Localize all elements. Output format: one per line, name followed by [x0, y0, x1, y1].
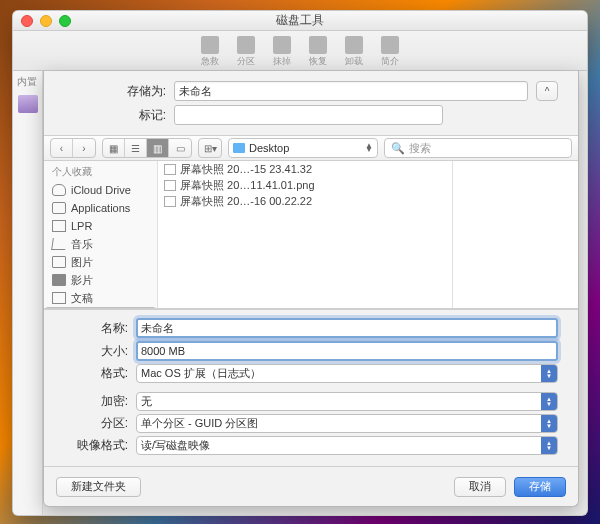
sidebar-item-home[interactable]: LPR [44, 217, 157, 235]
file-browser: 个人收藏 iCloud Drive Applications LPR 音乐 图片… [44, 161, 578, 309]
info-icon [381, 36, 399, 54]
group-icon[interactable]: ⊞▾ [199, 139, 221, 157]
format-label: 格式: [64, 365, 136, 382]
encrypt-label: 加密: [64, 393, 136, 410]
size-input[interactable] [136, 341, 558, 361]
imgfmt-select[interactable]: 读/写磁盘映像▲▼ [136, 436, 558, 455]
save-as-label: 存储为: [64, 83, 174, 100]
sidebar-item-movies[interactable]: 影片 [44, 271, 157, 289]
icon-view-icon[interactable]: ▦ [103, 139, 125, 157]
window-title: 磁盘工具 [13, 12, 587, 29]
sidebar-item-pictures[interactable]: 图片 [44, 253, 157, 271]
view-mode-selector[interactable]: ▦ ☰ ▥ ▭ [102, 138, 192, 158]
toolbar-partition[interactable]: 分区 [228, 36, 264, 68]
search-input[interactable]: 🔍 搜索 [384, 138, 572, 158]
home-icon [52, 220, 66, 232]
sidebar-item-icloud[interactable]: iCloud Drive [44, 181, 157, 199]
name-input[interactable] [136, 318, 558, 338]
file-icon [164, 196, 176, 207]
file-column[interactable]: 屏幕快照 20…-15 23.41.32 屏幕快照 20…11.41.01.pn… [158, 161, 453, 308]
back-icon[interactable]: ‹ [51, 139, 73, 157]
gallery-view-icon[interactable]: ▭ [169, 139, 191, 157]
updown-icon: ▲▼ [541, 437, 557, 454]
movies-icon [52, 274, 66, 286]
partition-icon [237, 36, 255, 54]
collapse-button[interactable]: ^ [536, 81, 558, 101]
updown-icon: ▲▼ [541, 365, 557, 382]
list-item[interactable]: 屏幕快照 20…11.41.01.png [158, 177, 452, 193]
group-selector[interactable]: ⊞▾ [198, 138, 222, 158]
partition-label: 分区: [64, 415, 136, 432]
file-icon [164, 164, 176, 175]
image-options-form: 名称: 大小: 格式: Mac OS 扩展（日志式）▲▼ 加密: 无▲▼ 分区:… [44, 309, 578, 466]
browser-toolbar: ‹ › ▦ ☰ ▥ ▭ ⊞▾ Desktop ▲▼ � [44, 135, 578, 161]
imgfmt-label: 映像格式: [64, 437, 136, 454]
pictures-icon [52, 256, 66, 268]
encrypt-select[interactable]: 无▲▼ [136, 392, 558, 411]
disk-icon[interactable] [18, 95, 38, 113]
toolbar-erase[interactable]: 抹掉 [264, 36, 300, 68]
sidebar-item-documents[interactable]: 文稿 [44, 289, 157, 307]
firstaid-icon [201, 36, 219, 54]
save-top-form: 存储为: ^ 标记: [44, 71, 578, 135]
preview-column [453, 161, 578, 308]
sidebar-heading: 内置 [13, 71, 42, 93]
favorites-sidebar: 个人收藏 iCloud Drive Applications LPR 音乐 图片… [44, 161, 158, 308]
cloud-icon [52, 184, 66, 196]
save-as-input[interactable] [174, 81, 528, 101]
tags-input[interactable] [174, 105, 443, 125]
documents-icon [52, 292, 66, 304]
list-item[interactable]: 屏幕快照 20…-15 23.41.32 [158, 161, 452, 177]
list-item[interactable]: 屏幕快照 20…-16 00.22.22 [158, 193, 452, 209]
updown-icon: ▲▼ [365, 144, 373, 152]
sidebar-item-music[interactable]: 音乐 [44, 235, 157, 253]
new-folder-button[interactable]: 新建文件夹 [56, 477, 141, 497]
background-peek: 卷 GB ess [579, 191, 587, 391]
sheet-footer: 新建文件夹 取消 存储 [44, 466, 578, 506]
search-placeholder: 搜索 [409, 141, 431, 156]
column-view-icon[interactable]: ▥ [147, 139, 169, 157]
titlebar: 磁盘工具 [13, 11, 587, 31]
toolbar-restore[interactable]: 恢复 [300, 36, 336, 68]
toolbar-info[interactable]: 简介 [372, 36, 408, 68]
folder-icon [233, 143, 245, 153]
applications-icon [52, 202, 66, 214]
list-view-icon[interactable]: ☰ [125, 139, 147, 157]
partition-select[interactable]: 单个分区 - GUID 分区图▲▼ [136, 414, 558, 433]
unmount-icon [345, 36, 363, 54]
updown-icon: ▲▼ [541, 393, 557, 410]
updown-icon: ▲▼ [541, 415, 557, 432]
toolbar-unmount[interactable]: 卸载 [336, 36, 372, 68]
size-label: 大小: [64, 343, 136, 360]
format-select[interactable]: Mac OS 扩展（日志式）▲▼ [136, 364, 558, 383]
music-icon [51, 238, 67, 250]
location-selector[interactable]: Desktop ▲▼ [228, 138, 378, 158]
favorites-heading: 个人收藏 [44, 161, 157, 181]
toolbar-firstaid[interactable]: 急救 [192, 36, 228, 68]
cancel-button[interactable]: 取消 [454, 477, 506, 497]
disk-utility-window: 磁盘工具 急救 分区 抹掉 恢复 卸载 简介 内置 卷 GB ess 存储为: … [12, 10, 588, 516]
tags-label: 标记: [64, 107, 174, 124]
nav-back-forward[interactable]: ‹ › [50, 138, 96, 158]
location-label: Desktop [249, 142, 289, 154]
file-icon [164, 180, 176, 191]
name-label: 名称: [64, 320, 136, 337]
forward-icon[interactable]: › [73, 139, 95, 157]
restore-icon [309, 36, 327, 54]
search-icon: 🔍 [391, 142, 405, 155]
sidebar-item-desktop[interactable]: Desktop [44, 307, 157, 308]
main-sidebar: 内置 [13, 71, 43, 515]
save-sheet: 存储为: ^ 标记: ‹ › ▦ ☰ ▥ ▭ [43, 71, 579, 507]
sidebar-item-applications[interactable]: Applications [44, 199, 157, 217]
erase-icon [273, 36, 291, 54]
chevron-up-icon: ^ [545, 86, 550, 97]
window-body: 内置 卷 GB ess 存储为: ^ 标记: ‹ [13, 71, 587, 515]
save-button[interactable]: 存储 [514, 477, 566, 497]
toolbar: 急救 分区 抹掉 恢复 卸载 简介 [13, 31, 587, 71]
